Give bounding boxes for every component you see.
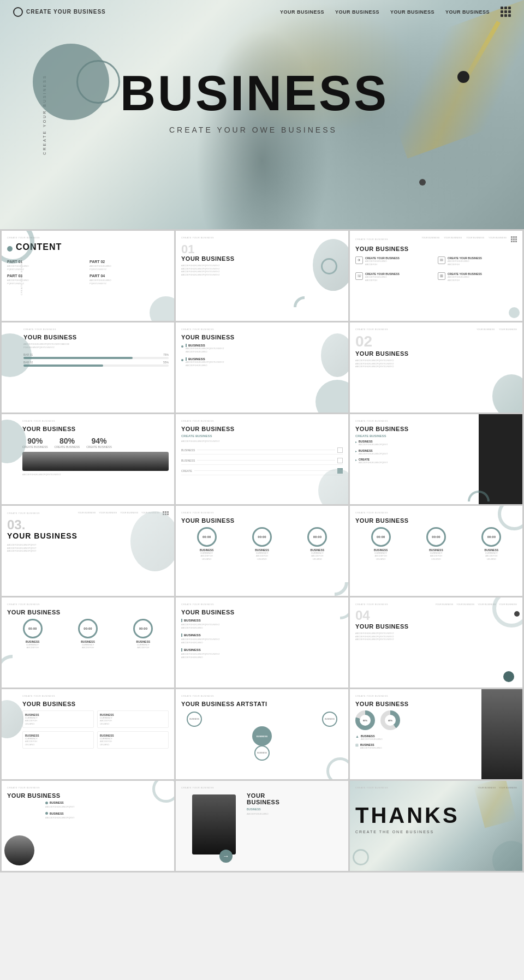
text-3: ABCDEFGHIJKLMNOPQRST <box>359 461 388 464</box>
nav-link-3[interactable]: YOUR BUSINESS <box>390 9 434 15</box>
icon-item-2: ✉ CREATE YOUR BUSINESS ABCDEFGHIJKLMNOAB… <box>438 256 517 266</box>
part-03-text: ABCDEFGHIJKLMNOPQRSTUVWXYZ <box>7 279 86 285</box>
slide-time-circles-2: CREATE YOUR BUSINESS YOUR BUSINESS 00:00… <box>350 506 522 596</box>
slide-header: CREATE YOUR BUSINESS <box>22 695 169 697</box>
bullet-1 <box>181 345 183 348</box>
circle-text-3: ABCDEFGH <box>118 646 169 649</box>
slide-inner: CREATE YOUR BUSINESS YOUR BUSINESS ABCDE… <box>23 328 169 367</box>
nav-link-4[interactable]: YOUR BUSINESS <box>445 9 490 15</box>
checkbox-2 <box>337 458 343 463</box>
icon-text-2: ABCDEFGHIJKLMNOABCDEFGH <box>448 260 482 266</box>
nav-link-1: YOUR BUSINESS <box>421 236 439 242</box>
icon-1: ▲ <box>355 734 359 738</box>
slide-biz-items: CREATE YOUR BUSINESS YOUR BUSINESS BUSIN… <box>176 597 348 688</box>
slide-logo: CREATE YOUR BUSINESS <box>355 786 388 789</box>
circle-text-2: ABCDEFGHIJKLMNO <box>236 554 287 560</box>
pct-row: 90% CREATE BUSINESS 80% CREATE BUSINESS … <box>22 437 169 449</box>
item-1: BUSINESS ABCDEFGHIJKLMNOPQRSTUVWXYZABCDE… <box>181 619 343 629</box>
slide-title: YOUR BUSINESS <box>355 246 517 252</box>
slide-thanks: CREATE YOUR BUSINESS YOUR BUSINESS YOUR … <box>350 781 522 871</box>
time-circles: 00:00 BUSINESS CURRENCY ABCDEFGHIJKLMNO … <box>355 527 517 560</box>
slide-header: CREATE YOUR BUSINESS YOUR BUSINESS YOUR … <box>355 328 517 331</box>
slide-your-biz-icons: CREATE YOUR BUSINESS YOUR BUSINESS YOUR … <box>350 231 522 321</box>
text-2: ABCDEFGHIJKLMNOPQRST <box>359 452 388 456</box>
slide-title: YOUR BUSINESS ARTSTATI <box>181 701 343 707</box>
slide-logo: CREATE YOUR BUSINESS <box>7 512 40 515</box>
grid-text-3: ABCDEFGHIJKLMNO <box>25 740 91 746</box>
grid-item-1: BUSINESS CURRENCY ABCDEFGHIJKLMNO <box>22 710 94 728</box>
text-1: ABCDEFGHIJKLMNOPQRST <box>45 805 169 809</box>
deco-dot <box>509 307 520 318</box>
item-2: BUSINESS ABCDEFGHIJKLMNOPQRST <box>45 812 169 820</box>
item-text-2: ABCDEFGHIJKLMNOPQRSTUVWXYZABCDEFGHIJKLMN… <box>186 361 224 367</box>
circle-ring-2: 00:00 <box>252 527 272 547</box>
item-header-2: BUSINESS <box>45 812 169 815</box>
slide-logo: CREATE YOUR BUSINESS <box>181 786 214 789</box>
slide-text: ABCDEFGHIJKLMNOPQRSTUVWXYZABCDEFGHIJKLMN… <box>355 632 517 641</box>
arc-bl <box>2 655 29 688</box>
icon-item-1: ▲ BUSINESS ABCDEFGHIJKLMNO <box>355 734 473 741</box>
building-gradient <box>192 794 236 854</box>
slide-logo: CREATE YOUR BUSINESS <box>23 328 56 331</box>
slide-title: YOUR BUSINESS <box>22 426 169 432</box>
nav-2: YOUR BUSINESS <box>99 511 117 515</box>
item-label-2: BUSINESS <box>181 634 343 637</box>
circle-1: 00:00 BUSINESS CURRENCY ABCDEFGHIJKLMNO <box>355 527 406 560</box>
part-04-label: PART 04 <box>90 274 169 278</box>
label-2: BUSINESS <box>50 812 64 815</box>
slide-bullet-items: CREATE YOUR BUSINESS YOUR BUSINESS BUSIN… <box>176 322 348 413</box>
circle-ring-3: 00:00 <box>481 527 501 547</box>
icon-grid: ✈ CREATE YOUR BUSINESS ABCDEFGHIJKLMNOAB… <box>355 256 517 285</box>
text-area: YOURBUSINESS BUSINESS ABCDEFGHIJKLMNO <box>247 792 343 816</box>
bar-val-1: 75% <box>163 353 169 356</box>
logo-text: CREATE YOUR BUSINESS <box>26 9 106 15</box>
circle-text-2: ABCDEFGH <box>62 646 113 649</box>
circle-val-2: 00:00 <box>84 627 92 630</box>
table-row-1: BUSINESS <box>181 446 343 455</box>
arrow-icon: → <box>223 852 229 860</box>
slide-header: CREATE YOUR BUSINESS YOUR BUSINESS YOUR … <box>355 236 517 242</box>
icon-item-3: ☏ CREATE YOUR BUSINESS ABCDEFGHIJKLMNOAB… <box>355 272 434 282</box>
slide-subtitle: CREATE BUSINESS <box>181 434 343 438</box>
photo-placeholder <box>479 414 522 504</box>
slide-subtitle: BUSINESS <box>247 808 343 811</box>
thanks-subtitle: CREATE THE ONE BUSINESS <box>355 830 517 834</box>
arc-tl-deco <box>2 231 34 264</box>
item-2: BUSINESS ABCDEFGHIJKLMNOPQRSTUVWXYZABCDE… <box>181 634 343 644</box>
slide-inner: CREATE YOUR BUSINESS YOUR BUSINESS BUSIN… <box>22 695 169 749</box>
grid-icon[interactable] <box>501 7 511 17</box>
item-3: ▸ CREATE ABCDEFGHIJKLMNOPQRST <box>355 458 473 464</box>
bar-label-1: BAR 01 75% <box>23 353 169 356</box>
items: BUSINESS ABCDEFGHIJKLMNOPQRSTUVWXYZABCDE… <box>181 619 343 659</box>
circle-ring-1: 00:00 <box>197 527 217 547</box>
slide-text: ABCDEFGHIJKLMNOPQRSTUVWXYZ <box>22 473 169 476</box>
slide-time-circles-1: CREATE YOUR BUSINESS YOUR BUSINESS 00:00… <box>176 506 348 596</box>
nav-link-1[interactable]: YOUR BUSINESS <box>280 9 324 15</box>
circle-2: 00:00 BUSINESS CURRENCY ABCDEFGH <box>62 619 113 649</box>
pct-label-1: CREATE BUSINESS <box>22 445 48 449</box>
donut-chart-1: 80% <box>355 710 375 730</box>
nav-link-2[interactable]: YOUR BUSINESS <box>335 9 379 15</box>
slide-num: 02 <box>355 334 517 349</box>
icon-item-2: ⊞ BUSINESS ABCDEFGHIJKLMNO <box>355 743 473 750</box>
text-1: ABCDEFGHIJKLMNOPQRST <box>359 443 388 446</box>
slide-header: CREATE YOUR BUSINESS <box>181 328 343 331</box>
icon-4: ⊞ <box>438 272 445 280</box>
bullet <box>45 802 48 804</box>
hero-nav: CREATE YOUR BUSINESS YOUR BUSINESS YOUR … <box>0 7 524 17</box>
arc-deco <box>294 296 315 318</box>
donut-chart-2: 40% <box>380 710 400 730</box>
pct-val-3: 94% <box>86 437 112 445</box>
donut-1: 80% <box>355 710 375 731</box>
time-circles: 00:00 BUSINESS CURRENCY ABCDEFGHIJKLMNO … <box>181 527 343 560</box>
nav-1: YOUR BUSINESS <box>477 328 495 331</box>
circle-val-3: 00:00 <box>487 535 496 539</box>
circle-ring-2: 00:00 <box>78 619 98 638</box>
nav-links: YOUR BUSINESS YOUR BUSINESS YOUR BUSINES… <box>421 236 517 242</box>
slide-donuts-city: CREATE YOUR BUSINESS YOUR BUSINESS 80% <box>350 689 522 779</box>
pct-2: 80% CREATE BUSINESS <box>55 437 80 449</box>
cell-3: CREATE <box>181 469 192 473</box>
items-area: BUSINESS ABCDEFGHIJKLMNOPQRST BUSINESS A… <box>7 801 169 819</box>
item-2: ▸ BUSINESS ABCDEFGHIJKLMNOPQRST <box>355 449 473 456</box>
slide-text: ABCDEFGHIJKLMNOPQRSTUVWXYZABCDEFGHIJKLMN… <box>23 343 169 349</box>
